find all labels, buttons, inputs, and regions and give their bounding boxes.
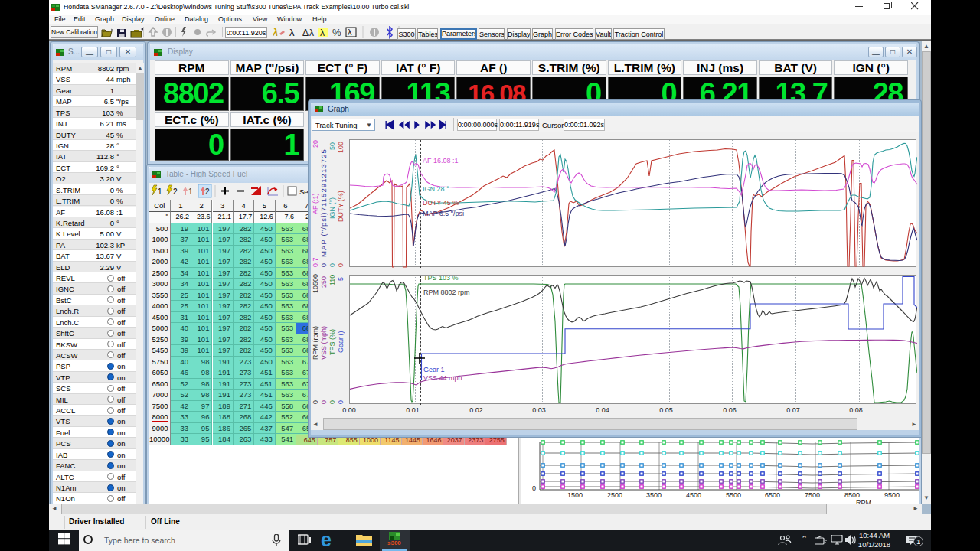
- svg-text:Δ: Δ: [302, 28, 309, 38]
- svg-text:2: 2: [205, 187, 210, 196]
- svg-text:1: 1: [158, 187, 162, 196]
- svg-text:2: 2: [173, 187, 178, 196]
- svg-text:λ: λ: [348, 28, 352, 37]
- svg-text:λ: λ: [289, 27, 295, 38]
- svg-text:%: %: [332, 27, 341, 38]
- svg-text:λ: λ: [320, 28, 325, 38]
- svg-text:λ: λ: [309, 28, 314, 38]
- svg-text:1: 1: [188, 187, 193, 196]
- svg-text:λ: λ: [273, 27, 278, 38]
